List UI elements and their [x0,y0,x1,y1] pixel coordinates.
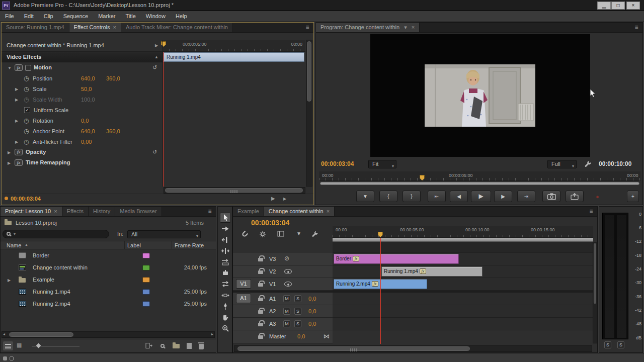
settings-gear-icon[interactable] [259,231,266,238]
disclosure-icon[interactable]: ▶ [8,161,11,165]
column-name[interactable]: Name [7,242,21,248]
column-divider[interactable] [172,241,172,249]
meter-solo-left-button[interactable]: S [604,341,611,348]
tab-close-icon[interactable]: × [113,24,116,30]
tab-effect-controls[interactable]: Effect Controls× [69,23,121,32]
empty-track-space[interactable] [333,242,593,253]
scroll-left-icon[interactable]: ◂ [3,332,5,336]
master-volume-value[interactable]: 0,0 [297,333,305,339]
mute-button[interactable]: M [283,295,290,302]
mark-out-button[interactable]: } [403,191,421,202]
tab-audio-track-mixer[interactable]: Audio Track Mixer: Change content within [121,23,233,32]
panel-menu-icon[interactable]: ≡ [586,207,596,216]
rolling-edit-tool[interactable] [220,246,231,256]
track-lane-a3[interactable] [333,318,593,330]
fx-badge-icon[interactable]: fx [15,149,23,155]
menu-clip[interactable]: Clip [39,12,58,21]
timeline-timecode[interactable]: 00:00:03:04 [251,219,289,227]
solo-button[interactable]: S [294,295,301,302]
play-edit-icon[interactable]: ▶ [271,196,275,201]
disclosure-icon[interactable]: ▶ [15,87,18,92]
fx-badge-icon[interactable]: fx [15,64,23,71]
timeline-ruler[interactable]: 00:00 00:00:05:00 00:00:10:00 00:00:15:0… [333,226,593,238]
automate-to-sequence-icon[interactable] [145,342,153,349]
loop-playback-icon[interactable]: ▶ [283,197,286,201]
tab-sequence-active[interactable]: Change content within× [264,207,335,216]
effect-controls-ruler[interactable]: 00:00:05:00 00:00 [163,40,305,52]
rotation-value[interactable]: 0,0 [81,118,89,124]
mark-in-button[interactable]: { [379,191,397,202]
go-to-in-button[interactable]: ⇤ [428,191,446,202]
track-volume-value[interactable]: 0,0 [308,296,316,302]
track-lane-a1[interactable] [333,293,593,305]
program-video-area[interactable] [370,34,590,157]
tab-close-icon[interactable]: × [412,24,415,30]
set-marker-icon[interactable]: ▼ [296,231,301,236]
panel-menu-icon[interactable]: ≡ [205,207,215,216]
video-effects-section[interactable]: Video Effects ▲ [2,52,163,62]
anti-flicker-value[interactable]: 0,00 [81,139,92,145]
reset-effect-icon[interactable]: ↺ [152,149,157,155]
project-row-border[interactable]: Border [1,250,216,262]
search-in-dropdown[interactable]: All ▾ [127,230,201,238]
work-area-bar[interactable] [333,238,593,242]
timeline-view-toggle-icon[interactable]: ▶ [155,43,158,48]
project-row-example-bin[interactable]: ▶ Example [1,274,216,286]
column-frame-rate[interactable]: Frame Rate [175,242,204,248]
position-x-value[interactable]: 640,0 [81,75,95,81]
label-color-chip[interactable] [142,253,150,258]
slip-tool[interactable] [220,279,231,289]
lock-icon[interactable] [258,258,263,261]
add-marker-button[interactable]: ▼ [356,191,374,202]
tab-close-icon[interactable]: × [327,208,330,214]
tab-effects[interactable]: Effects [62,207,89,216]
meter-solo-right-button[interactable]: S [617,341,624,348]
tab-sequence-example[interactable]: Example [233,207,264,216]
menu-sequence[interactable]: Sequence [58,12,94,21]
lock-icon[interactable] [258,335,263,339]
zoom-tool[interactable] [220,323,231,333]
list-view-button[interactable] [3,341,13,350]
find-icon[interactable] [160,344,165,348]
tab-close-icon[interactable]: × [54,208,57,214]
stopwatch-icon[interactable]: ◷ [24,117,29,124]
effect-timeline-hscrollbar[interactable] [164,187,305,194]
disclosure-icon[interactable]: ▶ [8,150,11,155]
go-to-out-button[interactable]: ⇥ [517,191,535,202]
settings-wrench-icon[interactable] [584,160,592,168]
track-lane-v2[interactable]: Running 1.mp4fx [333,265,593,278]
timeline-hscrollbar[interactable] [234,345,592,352]
stopwatch-icon[interactable]: ◷ [24,85,29,93]
clip-running1[interactable]: Running 1.mp4fx [381,266,482,277]
project-row-running2[interactable]: Running 2.mp4 25,00 fps [1,298,216,310]
razor-tool[interactable] [220,268,231,278]
uniform-scale-checkbox[interactable]: ✓ [24,107,30,113]
track-lane-v1[interactable]: Running 2.mp4fx [333,278,593,291]
disclosure-icon[interactable]: ▶ [8,278,11,283]
playhead-line[interactable] [163,52,164,187]
ripple-edit-tool[interactable] [220,235,231,245]
collapse-section-icon[interactable]: ▲ [154,55,158,59]
tab-history[interactable]: History [89,207,115,216]
disclosure-icon[interactable]: ▶ [15,98,18,102]
play-button[interactable]: ▶ [471,191,491,202]
project-row-sequence[interactable]: Change content within 24,00 fps [1,262,216,274]
project-hscrollbar[interactable]: ◂ ▸ [2,331,215,338]
export-media-button[interactable] [566,191,584,202]
menu-title[interactable]: Title [120,12,140,21]
disclosure-icon[interactable]: ▶ [15,119,18,123]
label-color-chip[interactable] [142,265,150,270]
rate-stretch-tool[interactable] [220,257,231,267]
quality-dropdown[interactable]: Full ▾ [547,160,577,168]
menu-marker[interactable]: Marker [93,12,120,21]
source-patch-audio[interactable]: A1 [236,294,251,303]
track-lane-a2[interactable] [333,305,593,318]
search-input[interactable]: ▾ [3,230,109,238]
anchor-y-value[interactable]: 360,0 [106,128,120,134]
wrench-icon[interactable] [311,231,318,238]
clip-fx-badge-icon[interactable]: fx [420,268,426,274]
film-icon[interactable] [277,231,284,237]
effect-controls-vscrollbar[interactable] [306,40,312,187]
clip-fx-badge-icon[interactable]: fx [372,281,378,287]
track-output-eye-icon[interactable] [284,269,292,274]
